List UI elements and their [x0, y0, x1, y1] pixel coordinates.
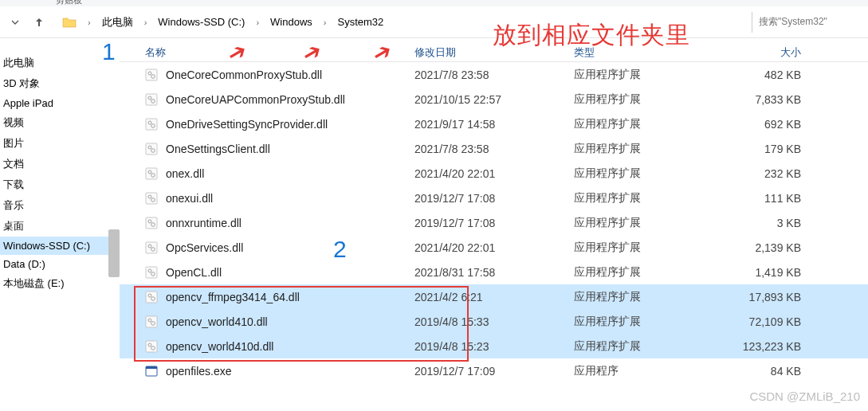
sidebar-item[interactable]: 本地磁盘 (E:) — [0, 273, 120, 294]
nav-up-button[interactable] — [29, 12, 49, 33]
dll-icon — [145, 68, 158, 81]
file-name-cell: OneSettingsClient.dll — [120, 143, 414, 155]
file-date-cell: 2021/9/17 14:58 — [414, 118, 574, 131]
file-date-cell: 2021/4/20 22:01 — [414, 167, 574, 180]
chevron-down-icon — [11, 18, 19, 26]
chevron-right-icon: › — [83, 18, 96, 27]
file-name-cell: OneCoreUAPCommonProxyStub.dll — [120, 93, 414, 106]
file-type-cell: 应用程序 — [574, 364, 721, 378]
dll-icon — [145, 143, 158, 155]
file-size-cell: 3 KB — [721, 217, 817, 229]
sidebar-item[interactable]: 3D 对象 — [0, 73, 120, 94]
chevron-right-icon: › — [319, 18, 332, 27]
chevron-right-icon: › — [139, 18, 152, 27]
file-type-cell: 应用程序扩展 — [574, 290, 721, 304]
file-type-cell: 应用程序扩展 — [574, 68, 721, 82]
sidebar-item[interactable]: 桌面 — [0, 216, 120, 237]
dll-icon — [145, 93, 158, 106]
breadcrumb-bar: › 此电脑 › Windows-SSD (C:) › Windows › Sys… — [0, 6, 868, 38]
file-row[interactable]: onex.dll2021/4/20 22:01应用程序扩展232 KB — [120, 161, 868, 186]
dll-icon — [145, 266, 158, 279]
file-name-text: onexui.dll — [166, 192, 213, 205]
file-size-cell: 111 KB — [721, 192, 817, 205]
file-row[interactable]: OneCoreCommonProxyStub.dll2021/7/8 23:58… — [120, 62, 868, 87]
file-date-cell: 2019/4/8 15:33 — [414, 315, 574, 328]
sidebar-item[interactable]: 视频 — [0, 112, 120, 133]
file-date-cell: 2021/4/2 6:21 — [414, 291, 574, 303]
crumb-windows[interactable]: Windows — [267, 14, 316, 29]
nav-back-dropdown[interactable] — [5, 12, 26, 33]
file-row[interactable]: opencv_world410.dll2019/4/8 15:33应用程序扩展7… — [120, 309, 868, 334]
file-type-cell: 应用程序扩展 — [574, 92, 721, 107]
file-size-cell: 179 KB — [721, 143, 817, 155]
file-size-cell: 2,139 KB — [721, 241, 817, 254]
col-header-size[interactable]: 大小 — [721, 45, 817, 60]
dll-icon — [145, 291, 158, 303]
file-name-cell: opencv_ffmpeg3414_64.dll — [120, 291, 414, 303]
file-name-text: OneDriveSettingSyncProvider.dll — [166, 118, 328, 131]
sidebar-item[interactable]: 文档 — [0, 154, 120, 174]
sidebar-item[interactable]: 音乐 — [0, 195, 120, 216]
file-type-cell: 应用程序扩展 — [574, 339, 721, 354]
file-row[interactable]: openfiles.exe2019/12/7 17:09应用程序84 KB — [120, 358, 868, 383]
file-row[interactable]: onnxruntime.dll2019/12/7 17:08应用程序扩展3 KB — [120, 210, 868, 235]
file-type-cell: 应用程序扩展 — [574, 142, 721, 156]
file-row[interactable]: OneDriveSettingSyncProvider.dll2021/9/17… — [120, 112, 868, 136]
dll-icon — [145, 340, 158, 353]
sidebar-item[interactable]: 图片 — [0, 133, 120, 154]
sidebar-item[interactable]: Windows-SSD (C:) — [0, 237, 120, 255]
file-type-cell: 应用程序扩展 — [574, 216, 721, 230]
file-name-text: opencv_ffmpeg3414_64.dll — [166, 291, 300, 303]
sidebar-item[interactable]: Data (D:) — [0, 255, 120, 273]
file-date-cell: 2021/7/8 23:58 — [414, 143, 574, 155]
file-name-text: OneSettingsClient.dll — [166, 143, 270, 155]
file-size-cell: 17,893 KB — [721, 291, 817, 303]
sidebar: 此电脑3D 对象Apple iPad视频图片文档下载音乐桌面Windows-SS… — [0, 38, 120, 411]
dll-icon — [145, 217, 158, 229]
file-name-text: opencv_world410d.dll — [166, 340, 273, 353]
ribbon-label: 剪贴板 — [56, 0, 82, 6]
file-row[interactable]: OneCoreUAPCommonProxyStub.dll2021/10/15 … — [120, 87, 868, 112]
file-type-cell: 应用程序扩展 — [574, 166, 721, 181]
file-row[interactable]: OneSettingsClient.dll2021/7/8 23:58应用程序扩… — [120, 136, 868, 161]
file-size-cell: 7,833 KB — [721, 93, 817, 106]
crumb-drive-c[interactable]: Windows-SSD (C:) — [155, 14, 248, 29]
dll-icon — [145, 167, 158, 180]
sidebar-item[interactable]: 下载 — [0, 174, 120, 195]
file-size-cell: 482 KB — [721, 68, 817, 81]
file-date-cell: 2021/10/15 22:57 — [414, 93, 574, 106]
dll-icon — [145, 315, 158, 328]
file-name-text: onnxruntime.dll — [166, 217, 242, 229]
file-date-cell: 2021/8/31 17:58 — [414, 266, 574, 279]
file-name-text: onex.dll — [166, 167, 204, 180]
file-row[interactable]: OpenCL.dll2021/8/31 17:58应用程序扩展1,419 KB — [120, 260, 868, 284]
file-date-cell: 2019/4/8 15:23 — [414, 340, 574, 353]
search-input[interactable]: 搜索"System32" — [752, 12, 863, 33]
file-type-cell: 应用程序扩展 — [574, 315, 721, 329]
file-name-text: openfiles.exe — [166, 365, 232, 378]
sidebar-item[interactable]: 此电脑 — [0, 53, 120, 73]
crumb-system32[interactable]: System32 — [335, 14, 387, 29]
file-type-cell: 应用程序扩展 — [574, 265, 721, 280]
file-date-cell: 2021/7/8 23:58 — [414, 68, 574, 81]
file-name-cell: openfiles.exe — [120, 365, 414, 378]
file-name-cell: OneCoreCommonProxyStub.dll — [120, 68, 414, 81]
file-date-cell: 2019/12/7 17:08 — [414, 192, 574, 205]
sidebar-scrollbar-thumb[interactable] — [108, 229, 120, 277]
col-header-type[interactable]: 类型 — [574, 45, 721, 60]
file-row[interactable]: opencv_world410d.dll2019/4/8 15:23应用程序扩展… — [120, 334, 868, 358]
file-row[interactable]: onexui.dll2019/12/7 17:08应用程序扩展111 KB — [120, 186, 868, 210]
col-header-name[interactable]: 名称 — [120, 45, 414, 60]
file-row[interactable]: opencv_ffmpeg3414_64.dll2021/4/2 6:21应用程… — [120, 284, 868, 309]
arrow-up-icon — [33, 17, 45, 28]
file-row[interactable]: OpcServices.dll2021/4/20 22:01应用程序扩展2,13… — [120, 235, 868, 260]
sidebar-item[interactable]: Apple iPad — [0, 94, 120, 112]
file-date-cell: 2019/12/7 17:09 — [414, 365, 574, 378]
file-type-cell: 应用程序扩展 — [574, 241, 721, 255]
file-name-text: OneCoreCommonProxyStub.dll — [166, 68, 322, 81]
col-header-date[interactable]: 修改日期 — [414, 45, 574, 60]
crumb-this-pc[interactable]: 此电脑 — [99, 14, 136, 31]
file-date-cell: 2021/4/20 22:01 — [414, 241, 574, 254]
file-name-cell: opencv_world410d.dll — [120, 340, 414, 353]
file-size-cell: 123,223 KB — [721, 340, 817, 353]
